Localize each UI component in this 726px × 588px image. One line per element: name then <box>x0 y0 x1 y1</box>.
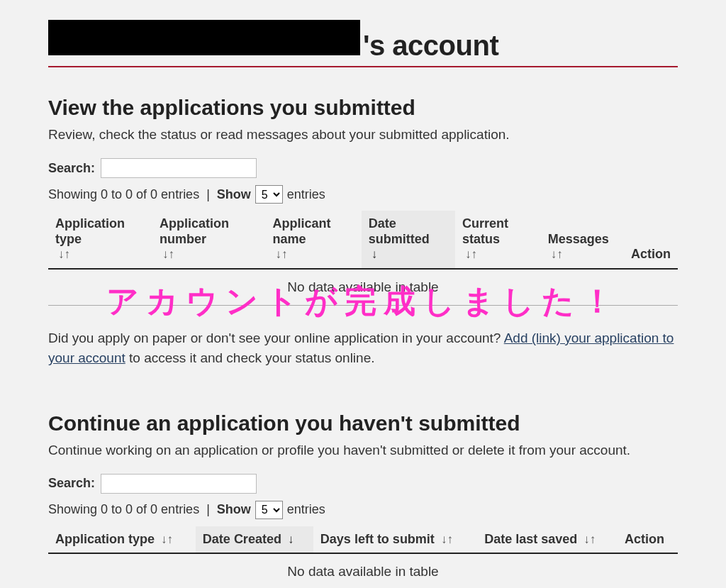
col-action: Action <box>624 211 678 269</box>
col-messages[interactable]: Messages ↓↑ <box>541 211 624 269</box>
below-text-2: to access it and check your status onlin… <box>129 350 374 365</box>
divider: | <box>203 187 213 202</box>
entries-select[interactable]: 5 <box>255 185 283 204</box>
col-date-created[interactable]: Date Created ↓ <box>196 526 313 554</box>
table-row-empty-2: No data available in table <box>48 553 678 588</box>
account-title-suffix: 's account <box>363 30 498 62</box>
entries-word-2: entries <box>287 502 325 517</box>
submitted-applications-section: View the applications you submitted Revi… <box>48 96 678 369</box>
empty-message: No data available in table <box>48 269 678 306</box>
sort-both-icon: ↓↑ <box>161 533 173 547</box>
col-current-status[interactable]: Current status ↓↑ <box>455 211 541 269</box>
sort-both-icon: ↓↑ <box>441 533 453 547</box>
showing-text-2: Showing 0 to 0 of 0 entries <box>48 502 199 517</box>
sort-both-icon: ↓↑ <box>465 248 477 262</box>
col-application-type-2[interactable]: Application type ↓↑ <box>48 526 196 554</box>
submitted-table: Application type ↓↑ Application number ↓… <box>48 211 678 306</box>
divider: | <box>203 502 213 517</box>
search-input[interactable] <box>101 158 257 178</box>
col-application-type[interactable]: Application type ↓↑ <box>48 211 152 269</box>
unsubmitted-heading: Continue an application you haven't subm… <box>48 411 678 436</box>
col-action-2: Action <box>618 526 678 554</box>
col-days-left[interactable]: Days left to submit ↓↑ <box>313 526 477 554</box>
sort-both-icon: ↓↑ <box>58 248 70 262</box>
unsubmitted-subtext: Continue working on an application or pr… <box>48 443 678 458</box>
unsubmitted-table: Application type ↓↑ Date Created ↓ Days … <box>48 526 678 588</box>
below-submitted-text: Did you apply on paper or don't see your… <box>48 328 678 369</box>
submitted-subtext: Review, check the status or read message… <box>48 127 678 143</box>
search-input-2[interactable] <box>101 474 257 494</box>
show-label: Show <box>217 187 251 202</box>
below-text-1: Did you apply on paper or don't see your… <box>48 331 504 345</box>
show-label-2: Show <box>217 502 251 517</box>
showing-text: Showing 0 to 0 of 0 entries <box>48 187 199 202</box>
unsubmitted-applications-section: Continue an application you haven't subm… <box>48 411 678 588</box>
sort-desc-icon: ↓ <box>288 533 294 547</box>
col-application-number[interactable]: Application number ↓↑ <box>152 211 265 269</box>
table-row-empty: No data available in table <box>48 269 678 306</box>
sort-both-icon: ↓↑ <box>551 248 563 262</box>
col-date-submitted[interactable]: Date submitted ↓ <box>362 211 455 269</box>
sort-desc-icon: ↓ <box>372 248 378 262</box>
search-label-2: Search: <box>48 476 95 491</box>
col-date-last-saved[interactable]: Date last saved ↓↑ <box>477 526 618 554</box>
page-title: 's account <box>48 20 678 67</box>
redacted-name <box>48 20 360 55</box>
sort-both-icon: ↓↑ <box>275 248 287 262</box>
entries-word: entries <box>287 187 325 202</box>
col-applicant-name[interactable]: Applicant name ↓↑ <box>265 211 361 269</box>
submitted-heading: View the applications you submitted <box>48 96 678 120</box>
empty-message-2: No data available in table <box>48 553 678 588</box>
search-label: Search: <box>48 161 95 176</box>
entries-select-2[interactable]: 5 <box>255 501 283 519</box>
sort-both-icon: ↓↑ <box>162 248 174 262</box>
sort-both-icon: ↓↑ <box>583 533 596 547</box>
